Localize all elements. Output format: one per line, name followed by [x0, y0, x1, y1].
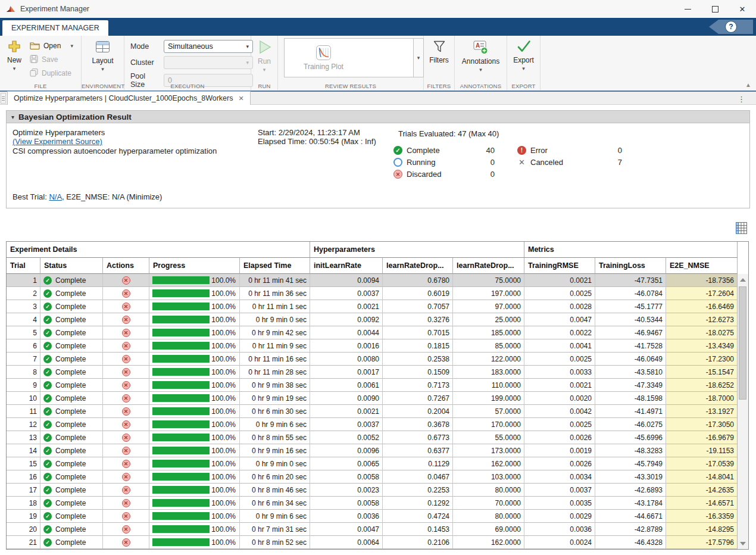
- table-row[interactable]: 13 ✓ Complete ✕ 100.0% 0 hr 8 min 55 sec…: [7, 431, 738, 444]
- help-button[interactable]: ?: [709, 20, 753, 34]
- window-title: Experiment Manager: [20, 5, 89, 13]
- export-button[interactable]: Export ▾: [510, 38, 538, 73]
- table-row[interactable]: 8 ✓ Complete ✕ 100.0% 0 hr 11 min 28 sec…: [7, 366, 738, 379]
- initlearnrate-cell: 0.0061: [310, 379, 383, 392]
- results-table: Experiment Details Hyperparameters Metri…: [6, 241, 749, 550]
- initlearnrate-cell: 0.0090: [310, 392, 383, 405]
- table-row[interactable]: 12 ✓ Complete ✕ 100.0% 0 hr 9 min 6 sec …: [7, 418, 738, 431]
- table-row[interactable]: 1 ✓ Complete ✕ 100.0% 0 hr 11 min 41 sec…: [7, 274, 738, 287]
- table-row[interactable]: 20 ✓ Complete ✕ 100.0% 0 hr 7 min 31 sec…: [7, 523, 738, 536]
- run-button[interactable]: Run ▾: [253, 38, 276, 74]
- best-trial-link[interactable]: N/A: [49, 192, 62, 201]
- trainingloss-cell: -48.3283: [595, 444, 666, 457]
- minimize-button[interactable]: [674, 0, 701, 18]
- trial-cell: 9: [7, 379, 40, 392]
- cluster-dropdown[interactable]: ▾: [164, 56, 253, 69]
- discard-action-icon[interactable]: ✕: [122, 303, 130, 311]
- discard-action-icon[interactable]: ✕: [122, 447, 130, 455]
- layout-button[interactable]: Layout ▾: [88, 38, 117, 73]
- col-trial[interactable]: Trial: [7, 258, 40, 274]
- discard-action-icon[interactable]: ✕: [122, 473, 130, 481]
- progress-cell: 100.0%: [149, 431, 240, 444]
- training-plot-button[interactable]: Training Plot: [304, 45, 343, 71]
- open-button[interactable]: Open ▾: [27, 40, 76, 52]
- table-row[interactable]: 15 ✓ Complete ✕ 100.0% 0 hr 9 min 0 sec …: [7, 457, 738, 470]
- discard-action-icon[interactable]: ✕: [122, 342, 130, 350]
- table-row[interactable]: 5 ✓ Complete ✕ 100.0% 0 hr 9 min 42 sec …: [7, 326, 738, 339]
- col-trainingloss[interactable]: TrainingLoss: [595, 258, 666, 274]
- table-row[interactable]: 18 ✓ Complete ✕ 100.0% 0 hr 6 min 34 sec…: [7, 497, 738, 510]
- table-row[interactable]: 4 ✓ Complete ✕ 100.0% 0 hr 9 min 0 sec 0…: [7, 313, 738, 326]
- table-row[interactable]: 19 ✓ Complete ✕ 100.0% 0 hr 9 min 6 sec …: [7, 510, 738, 523]
- status-cell: ✓ Complete: [40, 313, 103, 326]
- scrollbar-thumb[interactable]: [739, 286, 746, 400]
- collapse-toolstrip-button[interactable]: ▲: [745, 82, 751, 88]
- discard-action-icon[interactable]: ✕: [122, 368, 130, 376]
- discard-action-icon[interactable]: ✕: [122, 525, 130, 534]
- trainingloss-cell: -46.0784: [595, 287, 666, 300]
- discard-action-icon[interactable]: ✕: [122, 499, 130, 507]
- discard-action-icon[interactable]: ✕: [122, 329, 130, 337]
- annotations-button[interactable]: A Annotations ▾: [458, 38, 503, 74]
- discard-action-icon[interactable]: ✕: [122, 316, 130, 324]
- maximize-button[interactable]: [701, 0, 729, 18]
- table-row[interactable]: 7 ✓ Complete ✕ 100.0% 0 hr 11 min 16 sec…: [7, 353, 738, 366]
- col-e2e-nmse[interactable]: E2E_NMSE: [666, 258, 738, 274]
- table-row[interactable]: 2 ✓ Complete ✕ 100.0% 0 hr 11 min 36 sec…: [7, 287, 738, 300]
- col-status[interactable]: Status: [40, 258, 103, 274]
- table-row[interactable]: 17 ✓ Complete ✕ 100.0% 0 hr 8 min 46 sec…: [7, 484, 738, 497]
- mode-dropdown[interactable]: Simultaneous ▾: [164, 40, 253, 53]
- table-row[interactable]: 9 ✓ Complete ✕ 100.0% 0 hr 9 min 38 sec …: [7, 379, 738, 392]
- discard-action-icon[interactable]: ✕: [122, 394, 130, 403]
- discard-action-icon[interactable]: ✕: [122, 538, 130, 547]
- table-row[interactable]: 10 ✓ Complete ✕ 100.0% 0 hr 9 min 19 sec…: [7, 392, 738, 405]
- scroll-up-icon[interactable]: [740, 278, 746, 282]
- discard-action-icon[interactable]: ✕: [122, 289, 130, 298]
- col-progress[interactable]: Progress: [149, 258, 240, 274]
- table-row[interactable]: 11 ✓ Complete ✕ 100.0% 0 hr 6 min 30 sec…: [7, 405, 738, 418]
- table-scrollbar[interactable]: [737, 274, 748, 549]
- table-row[interactable]: 6 ✓ Complete ✕ 100.0% 0 hr 11 min 9 sec …: [7, 339, 738, 353]
- col-initlearnrate[interactable]: initLearnRate: [310, 258, 383, 274]
- col-actions[interactable]: Actions: [103, 258, 149, 274]
- bayesian-result-section-header[interactable]: ▾ Bayesian Optimization Result: [6, 110, 750, 123]
- discard-action-icon[interactable]: ✕: [122, 276, 130, 285]
- filters-button[interactable]: Filters: [426, 38, 452, 67]
- panel-grip-icon[interactable]: [1, 93, 6, 104]
- learnratedrop2-cell: 80.0000: [453, 510, 524, 523]
- table-row[interactable]: 21 ✓ Complete ✕ 100.0% 0 hr 8 min 52 sec…: [7, 536, 738, 549]
- learnratedrop1-cell: 0.7057: [383, 300, 453, 313]
- close-button[interactable]: ✕: [729, 0, 756, 18]
- save-button[interactable]: Save: [27, 54, 76, 66]
- tab-experiment-manager[interactable]: EXPERIMENT MANAGER: [2, 20, 108, 36]
- elapsed-cell: 0 hr 9 min 19 sec: [240, 392, 310, 405]
- col-elapsed-time[interactable]: Elapsed Time: [240, 258, 310, 274]
- open-folder-icon: [30, 41, 40, 51]
- col-learnratedrop-2[interactable]: learnRateDrop...: [453, 258, 524, 274]
- discard-action-icon[interactable]: ✕: [122, 381, 130, 389]
- duplicate-button[interactable]: Duplicate: [27, 67, 76, 79]
- discard-action-icon[interactable]: ✕: [122, 434, 130, 442]
- scroll-down-icon[interactable]: [740, 542, 746, 545]
- table-row[interactable]: 14 ✓ Complete ✕ 100.0% 0 hr 9 min 16 sec…: [7, 444, 738, 457]
- gallery-dropdown-button[interactable]: ▾: [414, 38, 424, 77]
- new-button[interactable]: New ▾: [4, 38, 25, 73]
- col-trainingrmse[interactable]: TrainingRMSE: [524, 258, 595, 274]
- discard-action-icon[interactable]: ✕: [122, 407, 130, 416]
- table-options-button[interactable]: [733, 222, 749, 237]
- status-complete-icon: ✓: [43, 316, 52, 324]
- table-row[interactable]: 3 ✓ Complete ✕ 100.0% 0 hr 11 min 1 sec …: [7, 300, 738, 313]
- table-row[interactable]: 16 ✓ Complete ✕ 100.0% 0 hr 6 min 20 sec…: [7, 470, 738, 484]
- discard-action-icon[interactable]: ✕: [122, 512, 130, 520]
- tab-close-icon[interactable]: ✕: [238, 95, 243, 102]
- col-learnratedrop-1[interactable]: learnRateDrop...: [383, 258, 453, 274]
- discard-action-icon[interactable]: ✕: [122, 486, 130, 494]
- discard-action-icon[interactable]: ✕: [122, 420, 130, 429]
- view-experiment-source-link[interactable]: (View Experiment Source): [13, 137, 102, 146]
- tab-overflow-icon[interactable]: ⋮: [738, 95, 745, 104]
- discard-action-icon[interactable]: ✕: [122, 460, 130, 468]
- trial-cell: 4: [7, 313, 40, 326]
- discard-action-icon[interactable]: ✕: [122, 355, 130, 363]
- document-tab[interactable]: Optimize Hyperparameters | CloudCluster_…: [7, 91, 251, 105]
- toolstrip-spacer: ▲: [541, 36, 756, 90]
